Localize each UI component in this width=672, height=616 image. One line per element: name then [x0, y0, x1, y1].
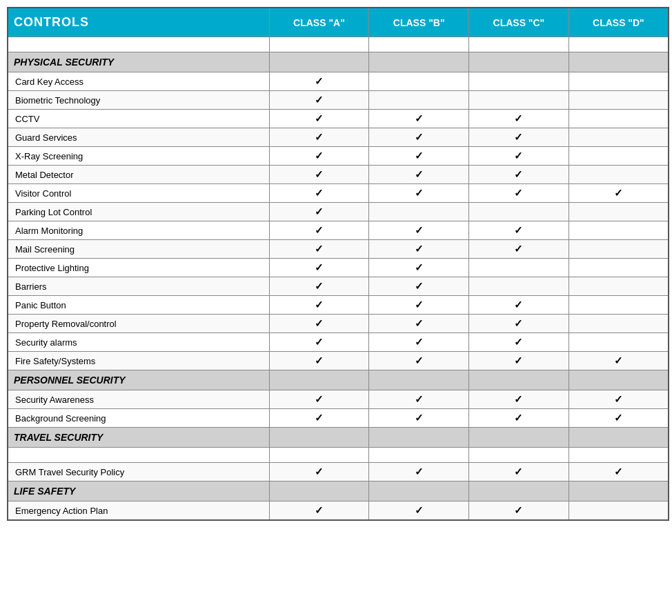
control-label: Metal Detector — [8, 166, 269, 184]
check-class-b: ✓ — [369, 390, 469, 409]
section-header-label: TRAVEL SECURITY — [8, 428, 269, 448]
check-class-c: ✓ — [469, 110, 569, 128]
check-class-a: ✓ — [269, 390, 369, 409]
check-class-c: ✓ — [469, 333, 569, 352]
check-class-c — [469, 72, 569, 91]
check-class-b — [369, 91, 469, 110]
check-class-b: ✓ — [369, 296, 469, 315]
check-class-c: ✓ — [469, 315, 569, 333]
check-class-a: ✓ — [269, 72, 369, 91]
check-class-a: ✓ — [269, 315, 369, 333]
table-row: Barriers✓✓ — [8, 277, 669, 296]
check-class-b: ✓ — [369, 352, 469, 370]
check-class-a: ✓ — [269, 333, 369, 352]
table-row: Fire Safety/Systems✓✓✓✓ — [8, 352, 669, 370]
check-class-d: ✓ — [569, 463, 669, 481]
table-row: Mail Screening✓✓✓ — [8, 240, 669, 259]
check-class-a: ✓ — [269, 166, 369, 184]
check-class-b: ✓ — [369, 166, 469, 184]
check-class-d: ✓ — [569, 409, 669, 428]
check-class-d — [569, 259, 669, 277]
header-class-b: CLASS "B" — [369, 8, 469, 37]
check-class-b: ✓ — [369, 463, 469, 481]
section-header-row: LIFE SAFETY — [8, 481, 669, 501]
check-class-b: ✓ — [369, 259, 469, 277]
control-label: Visitor Control — [8, 184, 269, 203]
check-class-a: ✓ — [269, 91, 369, 110]
check-class-d — [569, 333, 669, 352]
check-class-d — [569, 72, 669, 91]
check-class-c: ✓ — [469, 352, 569, 370]
control-label: Card Key Access — [8, 72, 269, 91]
check-class-a: ✓ — [269, 352, 369, 370]
check-class-c: ✓ — [469, 296, 569, 315]
check-class-c: ✓ — [469, 501, 569, 521]
check-class-a: ✓ — [269, 128, 369, 147]
header-class-d: CLASS "D" — [569, 8, 669, 37]
table-row: Card Key Access✓ — [8, 72, 669, 91]
check-class-c: ✓ — [469, 463, 569, 481]
table-row: Property Removal/control✓✓✓ — [8, 315, 669, 333]
table-row: Security alarms✓✓✓ — [8, 333, 669, 352]
control-label: Alarm Monitoring — [8, 221, 269, 240]
check-class-a: ✓ — [269, 240, 369, 259]
check-class-a: ✓ — [269, 184, 369, 203]
header-class-a: CLASS "A" — [269, 8, 369, 37]
table-row: X-Ray Screening✓✓✓ — [8, 147, 669, 166]
check-class-d — [569, 277, 669, 296]
check-class-c: ✓ — [469, 147, 569, 166]
empty-row — [8, 448, 669, 463]
table-row: Parking Lot Control✓ — [8, 203, 669, 221]
check-class-a: ✓ — [269, 501, 369, 521]
check-class-b: ✓ — [369, 128, 469, 147]
check-class-c — [469, 203, 569, 221]
check-class-c — [469, 259, 569, 277]
check-class-b: ✓ — [369, 221, 469, 240]
table-row: Biometric Technology✓ — [8, 91, 669, 110]
control-label: Fire Safety/Systems — [8, 352, 269, 370]
header-class-c: CLASS "C" — [469, 8, 569, 37]
check-class-b: ✓ — [369, 333, 469, 352]
control-label: Background Screening — [8, 409, 269, 428]
section-header-label: LIFE SAFETY — [8, 481, 269, 501]
control-label: Protective Lighting — [8, 259, 269, 277]
table-row: Metal Detector✓✓✓ — [8, 166, 669, 184]
check-class-c: ✓ — [469, 221, 569, 240]
check-class-c: ✓ — [469, 409, 569, 428]
table-row: Background Screening✓✓✓✓ — [8, 409, 669, 428]
check-class-d — [569, 91, 669, 110]
check-class-b: ✓ — [369, 315, 469, 333]
check-class-a: ✓ — [269, 203, 369, 221]
table-row: Protective Lighting✓✓ — [8, 259, 669, 277]
empty-row — [8, 37, 669, 52]
table-row: GRM Travel Security Policy✓✓✓✓ — [8, 463, 669, 481]
check-class-b: ✓ — [369, 409, 469, 428]
check-class-d: ✓ — [569, 390, 669, 409]
check-class-c: ✓ — [469, 390, 569, 409]
check-class-d — [569, 147, 669, 166]
check-class-b: ✓ — [369, 184, 469, 203]
control-label: CCTV — [8, 110, 269, 128]
control-label: Panic Button — [8, 296, 269, 315]
check-class-c: ✓ — [469, 184, 569, 203]
check-class-b: ✓ — [369, 147, 469, 166]
table-row: Emergency Action Plan✓✓✓ — [8, 501, 669, 521]
table-row: Security Awareness✓✓✓✓ — [8, 390, 669, 409]
check-class-a: ✓ — [269, 277, 369, 296]
check-class-a: ✓ — [269, 110, 369, 128]
check-class-d — [569, 315, 669, 333]
control-label: Parking Lot Control — [8, 203, 269, 221]
header-controls: CONTROLS — [8, 8, 269, 37]
check-class-d — [569, 296, 669, 315]
control-label: Mail Screening — [8, 240, 269, 259]
section-header-label: PERSONNEL SECURITY — [8, 370, 269, 390]
control-label: X-Ray Screening — [8, 147, 269, 166]
table-row: Panic Button✓✓✓ — [8, 296, 669, 315]
table-row: CCTV✓✓✓ — [8, 110, 669, 128]
check-class-b — [369, 203, 469, 221]
control-label: Biometric Technology — [8, 91, 269, 110]
check-class-a: ✓ — [269, 221, 369, 240]
check-class-a: ✓ — [269, 463, 369, 481]
check-class-a: ✓ — [269, 147, 369, 166]
check-class-d — [569, 203, 669, 221]
